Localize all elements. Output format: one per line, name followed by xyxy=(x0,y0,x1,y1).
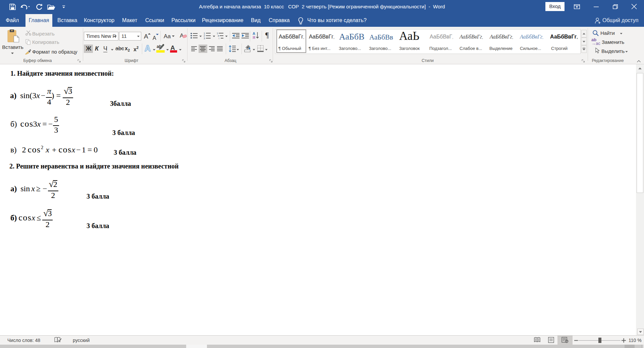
svg-text:Я: Я xyxy=(253,36,255,40)
svg-text:А: А xyxy=(253,31,255,36)
svg-text:i: i xyxy=(219,37,219,40)
svg-text:3: 3 xyxy=(204,37,205,40)
